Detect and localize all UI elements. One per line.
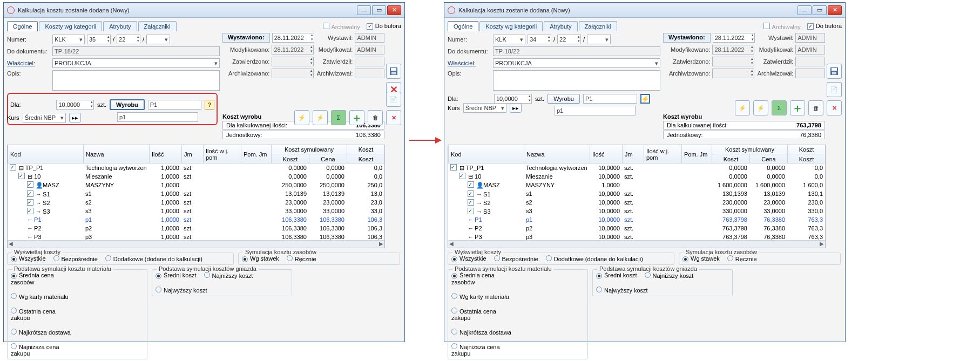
sum-icon[interactable]: Σ (772, 100, 787, 115)
radio-dodatkowe-(dodane-do-kalkulacji)[interactable]: Dodatkowe (dodane do kalkulacji) (105, 255, 202, 262)
radio-średnia-cena-zasobów[interactable]: Średnia cena zasobów (451, 272, 516, 285)
table-row[interactable]: → S2 s2 10,0000 szt. 230,0000 23,0000 23… (448, 198, 825, 207)
do-dokumentu-input[interactable]: TP-18/22 (493, 46, 660, 56)
radio-ostatnia-cena-zakupu[interactable]: Ostatnia cena zakupu (451, 308, 516, 321)
wyrobu-button[interactable]: Wyrobu (110, 99, 145, 110)
bolt-green-icon[interactable]: ⚡ (753, 100, 768, 115)
table-row[interactable]: ⊟ TP_P1 Technologia wytworzen 1,0000 szt… (8, 164, 384, 172)
radio-ręcznie[interactable]: Ręcznie (727, 255, 757, 262)
wlasciciel-combo[interactable]: PRODUKCJA (493, 58, 660, 68)
sum-icon[interactable]: Σ (331, 110, 346, 125)
radio-wg-stawek[interactable]: Wg stawek (242, 255, 279, 262)
num1-input[interactable]: 35 (87, 35, 111, 44)
bolt-yellow-icon[interactable]: ⚡ (735, 100, 750, 115)
klk-combo[interactable]: KLK (493, 35, 525, 44)
radio-najniższy-koszt[interactable]: Najniższy koszt (645, 272, 694, 279)
klk-combo[interactable]: KLK (52, 35, 85, 44)
radio-dodatkowe-(dodane-do-kalkulacji)[interactable]: Dodatkowe (dodane do kalkulacji) (546, 255, 643, 262)
export-icon[interactable]: 📄 (386, 92, 401, 107)
table-row[interactable]: 👤 MASZ MASZYNY 1,0000 1 600,0000 1 600,0… (448, 181, 825, 189)
p1-input[interactable]: P1 (148, 100, 201, 110)
export-icon[interactable]: 📄 (827, 82, 842, 97)
save-button[interactable] (827, 64, 842, 79)
radio-wg-karty-materiału[interactable]: Wg karty materiału (11, 293, 76, 300)
table-row[interactable]: → S1 s1 10,0000 szt. 130,1393 13,0139 13… (448, 189, 825, 198)
radio-wszystkie[interactable]: Wszystkie (11, 255, 46, 262)
table-row[interactable]: ⊟ 10 Mieszanie 10,0000 szt. 0,0000 0,000… (448, 172, 825, 181)
radio-najwyższy-koszt[interactable]: Najwyższy koszt (596, 287, 648, 294)
play-icon[interactable]: ▸▸ (69, 113, 81, 122)
wlasciciel-combo[interactable]: PRODUKCJA (52, 58, 220, 68)
wlasciciel-label[interactable]: Właściciel: (7, 60, 50, 66)
num1-input[interactable]: 34 (528, 35, 551, 44)
radio-wszystkie[interactable]: Wszystkie (451, 255, 486, 262)
close-button[interactable]: ✕ (828, 5, 842, 15)
radio-ręcznie[interactable]: Ręcznie (287, 255, 316, 262)
radio-najniższa-cena-zakupu[interactable]: Najniższa cena zakupu (11, 343, 76, 357)
cancel-red-icon[interactable]: ✕ (386, 110, 401, 125)
table-row[interactable]: ← P1 p1 1,0000 szt. 106,3380 106,3380 10… (8, 215, 384, 224)
tab-koszty-wg-kategorii[interactable]: Koszty wg kategorii (39, 21, 102, 31)
radio-wg-stawek[interactable]: Wg stawek (682, 255, 720, 262)
wystawiono-date[interactable]: 28.11.2022 (272, 33, 314, 43)
radio-ostatnia-cena-zakupu[interactable]: Ostatnia cena zakupu (11, 308, 76, 321)
cost-grid[interactable]: Kod Nazwa Ilość Jm Ilość w j. pom Pom. J… (448, 145, 826, 248)
kurs-combo[interactable]: Średni NBP (23, 113, 66, 122)
archival-checkbox[interactable]: Archiwalny (763, 23, 801, 30)
table-row[interactable]: ⊟ 10 Mieszanie 1,0000 szt. 0,0000 0,0000… (8, 172, 384, 181)
num3-combo[interactable] (587, 35, 611, 44)
table-row[interactable]: ← P2 p2 1,0000 szt. 106,3380 106,3380 10… (8, 224, 384, 233)
tab-ogólne[interactable]: Ogólne (7, 21, 38, 31)
radio-wg-karty-materiału[interactable]: Wg karty materiału (451, 293, 516, 300)
buffer-checkbox[interactable]: Do bufora (367, 23, 401, 30)
tab-atrybuty[interactable]: Atrybuty (544, 21, 577, 31)
table-row[interactable]: → S3 s3 1,0000 szt. 33,0000 33,0000 33,0 (8, 207, 384, 215)
radio-średni-koszt[interactable]: Średni koszt (156, 272, 197, 279)
trash-icon[interactable]: 🗑 (368, 110, 383, 125)
minimize-button[interactable]: — (357, 5, 371, 15)
horizontal-scrollbar[interactable] (448, 240, 825, 248)
num2-input[interactable]: 22 (117, 35, 140, 44)
table-row[interactable]: → S3 s3 10,0000 szt. 330,0000 33,0000 33… (448, 207, 825, 215)
table-row[interactable]: ⊟ TP_P1 Technologia wytworzen 10,0000 sz… (448, 164, 825, 172)
radio-najniższy-koszt[interactable]: Najniższy koszt (204, 272, 253, 279)
radio-bezpośrednie[interactable]: Bezpośrednie (53, 255, 98, 262)
dla-qty-input[interactable]: 10,0000 (56, 100, 94, 110)
help-icon[interactable]: ? (205, 100, 214, 110)
tab-koszty-wg-kategorii[interactable]: Koszty wg kategorii (479, 21, 543, 31)
archival-checkbox[interactable]: Archiwalny (323, 23, 360, 30)
tab-załączniki[interactable]: Załączniki (138, 21, 177, 31)
tab-załączniki[interactable]: Załączniki (579, 21, 617, 31)
maximize-button[interactable]: ▭ (813, 5, 827, 15)
kurs-combo[interactable]: Średni NBP (463, 103, 506, 113)
table-row[interactable]: 👤 MASZ MASZYNY 1,0000 250,0000 250,0000 … (8, 181, 384, 189)
save-button[interactable] (386, 64, 401, 79)
tab-atrybuty[interactable]: Atrybuty (103, 21, 137, 31)
wlasciciel-label[interactable]: Właściciel: (448, 60, 491, 66)
close-button[interactable]: ✕ (387, 5, 401, 15)
trash-icon[interactable]: 🗑 (808, 100, 823, 115)
minimize-button[interactable]: — (797, 5, 812, 15)
play-icon[interactable]: ▸▸ (510, 103, 522, 113)
add-icon[interactable]: ＋ (790, 100, 805, 115)
cost-grid[interactable]: Kod Nazwa Ilość Jm Ilość w j. pom Pom. J… (7, 145, 385, 248)
opis-textarea[interactable] (493, 70, 660, 91)
cancel-red-icon[interactable]: ✕ (827, 100, 842, 115)
add-icon[interactable]: ＋ (349, 110, 364, 125)
radio-średni-koszt[interactable]: Średni koszt (596, 272, 637, 279)
bolt-green-icon[interactable]: ⚡ (313, 110, 328, 125)
radio-najkrótsza-dostawa[interactable]: Najkrótsza dostawa (11, 329, 76, 336)
tab-ogólne[interactable]: Ogólne (448, 21, 478, 31)
table-row[interactable]: → S1 s1 1,0000 szt. 13,0139 13,0139 13,0 (8, 189, 384, 198)
wystawiono-date[interactable]: 28.11.2022 (713, 33, 755, 43)
radio-najniższa-cena-zakupu[interactable]: Najniższa cena zakupu (451, 343, 516, 357)
radio-średnia-cena-zasobów[interactable]: Średnia cena zasobów (11, 272, 76, 285)
num2-input[interactable]: 22 (557, 35, 581, 44)
radio-bezpośrednie[interactable]: Bezpośrednie (494, 255, 538, 262)
radio-najkrótsza-dostawa[interactable]: Najkrótsza dostawa (451, 329, 516, 336)
do-dokumentu-input[interactable]: TP-18/22 (52, 46, 220, 56)
table-row[interactable]: ← P1 p1 10,0000 szt. 763,3798 76,3380 76… (448, 215, 825, 224)
table-row[interactable]: → S2 s2 1,0000 szt. 23,0000 23,0000 23,0 (8, 198, 384, 207)
buffer-checkbox[interactable]: Do bufora (807, 23, 842, 30)
bolt-yellow-icon[interactable]: ⚡ (294, 110, 309, 125)
